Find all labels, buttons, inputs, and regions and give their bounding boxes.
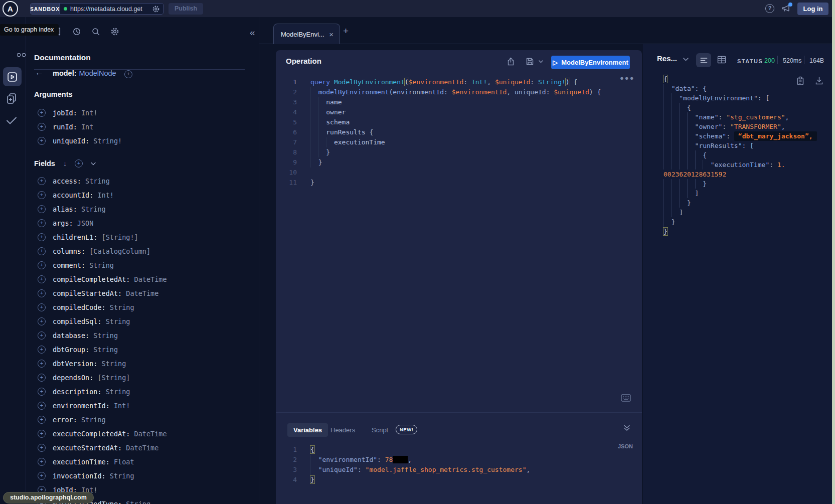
field-type[interactable]: [CatalogColumn]: [85, 247, 150, 255]
add-field-to-query-button[interactable]: +: [38, 233, 46, 241]
add-field-to-query-button[interactable]: +: [38, 123, 46, 131]
field-type[interactable]: DateTime: [122, 444, 158, 452]
add-all-fields-button[interactable]: +: [75, 159, 83, 167]
add-field-to-query-button[interactable]: +: [38, 472, 46, 480]
add-field-to-query-button[interactable]: +: [38, 331, 46, 340]
collapse-panel-icon[interactable]: «: [250, 27, 255, 38]
field-name[interactable]: executeCompletedAt:: [53, 430, 130, 438]
endpoint-settings-gear-icon[interactable]: [152, 5, 160, 13]
field-name[interactable]: args:: [53, 219, 73, 227]
help-icon[interactable]: ?: [765, 4, 774, 13]
add-field-to-query-button[interactable]: +: [38, 388, 46, 396]
add-field-to-query-button[interactable]: +: [38, 191, 46, 199]
view-as-table-toggle[interactable]: [717, 56, 726, 64]
field-name[interactable]: runId:: [53, 123, 77, 131]
field-type[interactable]: String!: [89, 137, 122, 145]
tab-headers[interactable]: Headers: [330, 426, 355, 434]
apollo-logo[interactable]: A: [3, 1, 18, 17]
field-type[interactable]: String: [85, 261, 114, 269]
field-type[interactable]: [String]: [93, 374, 130, 382]
chevron-down-icon[interactable]: [91, 162, 96, 165]
add-field-to-query-button[interactable]: +: [38, 109, 46, 117]
field-type[interactable]: String: [102, 388, 130, 396]
add-field-to-query-button[interactable]: +: [38, 430, 46, 438]
operation-editor[interactable]: 1query ModelByEnvironment($environmentId…: [280, 77, 642, 188]
response-json-viewer[interactable]: {"data": {"modelByEnvironment": [{"name"…: [643, 74, 835, 236]
login-button[interactable]: Log in: [797, 3, 828, 15]
add-field-to-query-button[interactable]: +: [38, 416, 46, 424]
settings-gear-icon[interactable]: [110, 27, 119, 36]
field-type[interactable]: String: [89, 331, 118, 340]
add-field-to-query-button[interactable]: +: [38, 261, 46, 269]
add-field-to-query-button[interactable]: +: [38, 247, 46, 255]
field-name[interactable]: invocationId:: [53, 472, 106, 480]
variables-editor[interactable]: 1{2"environmentId": 78,3"uniqueId": "mod…: [280, 445, 642, 485]
add-field-to-query-button[interactable]: +: [38, 402, 46, 410]
field-name[interactable]: database:: [53, 331, 89, 340]
nav-item-checks[interactable]: [6, 115, 18, 125]
add-field-button[interactable]: +: [124, 70, 132, 78]
graph-index-icon[interactable]: [17, 53, 26, 57]
field-type[interactable]: String: [106, 472, 134, 480]
field-name[interactable]: jobId:: [53, 109, 77, 117]
field-type[interactable]: DateTime: [130, 275, 166, 283]
history-icon[interactable]: [72, 27, 81, 36]
nav-item-collections[interactable]: [6, 92, 18, 105]
field-name[interactable]: executionTime:: [53, 458, 110, 466]
nav-item-explorer[interactable]: [3, 67, 22, 86]
share-icon[interactable]: [507, 57, 515, 66]
add-field-to-query-button[interactable]: +: [38, 303, 46, 311]
close-tab-icon[interactable]: ×: [329, 30, 333, 39]
add-field-to-query-button[interactable]: +: [38, 374, 46, 382]
add-field-to-query-button[interactable]: +: [38, 137, 46, 145]
response-dropdown-chevron-icon[interactable]: [683, 58, 689, 61]
add-field-to-query-button[interactable]: +: [38, 289, 46, 297]
field-type[interactable]: String: [102, 317, 130, 325]
field-type[interactable]: Int!: [110, 402, 130, 410]
field-type[interactable]: Int!: [93, 191, 114, 199]
breadcrumb-type-link[interactable]: ModelNode: [79, 69, 116, 77]
field-name[interactable]: columns:: [53, 247, 85, 255]
field-name[interactable]: access:: [53, 177, 81, 185]
add-field-to-query-button[interactable]: +: [38, 205, 46, 213]
add-field-to-query-button[interactable]: +: [38, 360, 46, 368]
tab-script[interactable]: Script: [372, 426, 388, 434]
view-as-json-toggle[interactable]: [696, 53, 711, 67]
field-type[interactable]: String: [97, 360, 126, 368]
run-operation-button[interactable]: ▷ ModelByEnvironment: [551, 56, 630, 69]
sort-fields-icon[interactable]: ↓: [63, 159, 67, 167]
field-name[interactable]: alias:: [53, 205, 77, 213]
back-arrow-icon[interactable]: ←: [35, 68, 44, 78]
field-type[interactable]: Int: [77, 123, 94, 131]
add-field-to-query-button[interactable]: +: [38, 275, 46, 283]
tab-variables[interactable]: Variables: [287, 423, 328, 437]
field-name[interactable]: compiledSql:: [53, 317, 102, 325]
field-type[interactable]: String: [122, 500, 150, 504]
field-name[interactable]: accountId:: [53, 191, 93, 199]
endpoint-url-input[interactable]: https://metadata.cloud.get: [60, 4, 163, 14]
field-name[interactable]: compiledCode:: [53, 303, 106, 311]
field-name[interactable]: environmentId:: [53, 402, 110, 410]
field-type[interactable]: JSON: [73, 219, 94, 227]
field-type[interactable]: String: [77, 205, 106, 213]
add-field-to-query-button[interactable]: +: [38, 317, 46, 325]
add-field-to-query-button[interactable]: +: [38, 346, 46, 354]
field-type[interactable]: [String!]: [97, 233, 138, 241]
field-name[interactable]: dbtVersion:: [53, 360, 97, 368]
field-type[interactable]: DateTime: [122, 289, 158, 297]
field-name[interactable]: comment:: [53, 261, 85, 269]
add-field-to-query-button[interactable]: +: [38, 219, 46, 227]
field-name[interactable]: dependsOn:: [53, 374, 93, 382]
keyboard-shortcuts-icon[interactable]: [621, 394, 631, 402]
operation-tab[interactable]: ModelByEnvi... ×: [273, 24, 340, 44]
new-tab-button[interactable]: +: [343, 26, 349, 37]
field-name[interactable]: compileStartedAt:: [53, 289, 122, 297]
save-icon[interactable]: [526, 57, 534, 66]
field-type[interactable]: Int!: [77, 109, 98, 117]
field-type[interactable]: DateTime: [130, 430, 166, 438]
add-field-to-query-button[interactable]: +: [38, 458, 46, 466]
field-name[interactable]: description:: [53, 388, 102, 396]
field-type[interactable]: String: [106, 303, 134, 311]
publish-button[interactable]: Publish: [169, 3, 203, 15]
field-name[interactable]: dbtGroup:: [53, 346, 89, 354]
